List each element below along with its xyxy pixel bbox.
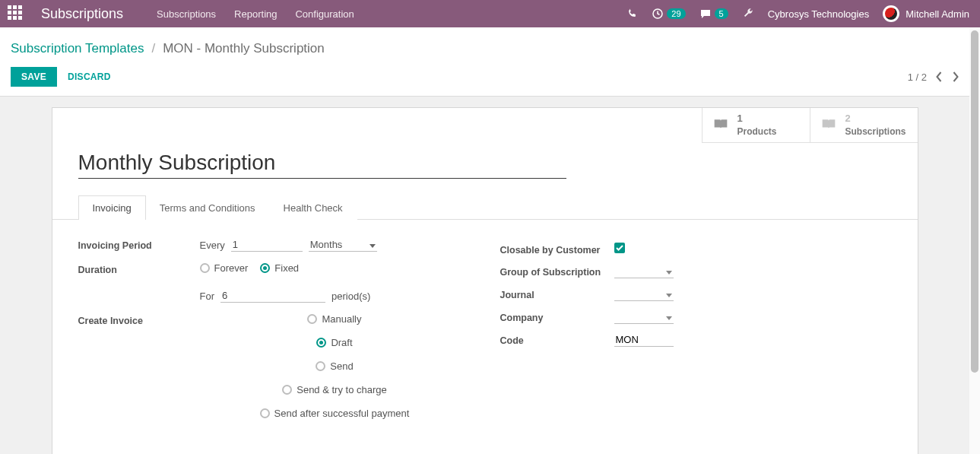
control-panel: Subscription Templates / MON - Monthly S…	[0, 27, 969, 97]
caret-down-icon	[666, 311, 672, 322]
tab-health[interactable]: Health Check	[269, 195, 357, 220]
for-value-input[interactable]	[220, 289, 325, 303]
smart-btn-subscriptions[interactable]: 2 Subscriptions	[810, 108, 918, 143]
label-company: Company	[500, 310, 614, 323]
smart-btn-products[interactable]: 1 Products	[702, 108, 810, 143]
nav-subscriptions[interactable]: Subscriptions	[157, 8, 216, 20]
messages-badge: 5	[715, 8, 728, 19]
radio-forever-wrap[interactable]: Forever	[200, 262, 249, 274]
radio-fixed[interactable]	[260, 263, 270, 273]
brand-title: Subscriptions	[41, 6, 123, 22]
activity-badge: 29	[667, 8, 685, 19]
label-closable: Closable by Customer	[500, 243, 614, 256]
pager-prev[interactable]	[936, 71, 943, 82]
caret-down-icon	[666, 288, 672, 300]
radio-forever[interactable]	[200, 263, 210, 273]
user-menu[interactable]: Mitchell Admin	[883, 5, 969, 22]
radio-send-after-label: Send after successful payment	[274, 408, 410, 419]
label-invoicing-period: Invoicing Period	[78, 238, 200, 251]
form-sheet: 1 Products 2 Subscriptions Invoicing Ter…	[52, 107, 918, 454]
pager: 1 / 2	[908, 71, 959, 83]
breadcrumb-root[interactable]: Subscription Templates	[11, 41, 144, 56]
form-body: Invoicing Period Every Months Duration	[52, 220, 918, 454]
label-code: Code	[500, 333, 614, 346]
vertical-scrollbar[interactable]	[969, 27, 980, 454]
phone-icon[interactable]	[627, 8, 638, 21]
radio-send-label: Send	[330, 360, 353, 372]
journal-select[interactable]	[614, 287, 674, 301]
activity-indicator[interactable]: 29	[652, 8, 685, 20]
action-row: SAVE DISCARD 1 / 2	[11, 67, 959, 87]
smart-buttons: 1 Products 2 Subscriptions	[702, 108, 918, 143]
radio-forever-label: Forever	[214, 262, 249, 274]
smart-btn-subscriptions-count: 2	[845, 113, 967, 124]
tab-terms[interactable]: Terms and Conditions	[145, 195, 270, 220]
period-unit-value: Months	[310, 239, 343, 250]
radio-draft-wrap[interactable]: Draft	[316, 337, 352, 348]
label-journal: Journal	[500, 287, 614, 300]
label-group: Group of Subscription	[500, 265, 614, 278]
tab-invoicing[interactable]: Invoicing	[78, 195, 146, 220]
breadcrumb: Subscription Templates / MON - Monthly S…	[11, 41, 959, 56]
breadcrumb-separator: /	[151, 41, 155, 56]
every-prefix: Every	[200, 240, 225, 251]
discard-button[interactable]: DISCARD	[68, 71, 111, 82]
nav-configuration[interactable]: Configuration	[295, 8, 354, 20]
for-prefix: For	[200, 290, 215, 302]
company-select[interactable]	[614, 310, 674, 324]
save-button[interactable]: SAVE	[11, 67, 57, 87]
radio-manually-label: Manually	[322, 313, 361, 325]
group-select[interactable]	[614, 265, 674, 278]
radio-send-charge[interactable]	[282, 385, 292, 395]
radio-draft[interactable]	[316, 338, 326, 348]
radio-manually[interactable]	[307, 314, 317, 324]
company-name[interactable]: Cybrosys Technologies	[768, 8, 869, 20]
radio-fixed-label: Fixed	[274, 262, 299, 274]
closable-checkbox[interactable]	[614, 243, 625, 253]
right-column: Closable by Customer Group of Subscripti…	[500, 238, 892, 437]
pager-next[interactable]	[952, 71, 959, 82]
developer-tools-icon[interactable]	[742, 7, 754, 21]
tabs: Invoicing Terms and Conditions Health Ch…	[78, 195, 918, 220]
radio-send-charge-wrap[interactable]: Send & try to charge	[282, 384, 387, 395]
caret-down-icon	[369, 239, 376, 250]
radio-manually-wrap[interactable]: Manually	[307, 313, 361, 325]
nav-reporting[interactable]: Reporting	[234, 8, 277, 20]
left-column: Invoicing Period Every Months Duration	[78, 238, 470, 437]
code-input[interactable]	[614, 333, 674, 347]
period-unit-select[interactable]: Months	[309, 238, 377, 252]
periods-suffix: period(s)	[331, 290, 370, 302]
topbar-right: 29 5 Cybrosys Technologies Mitchell Admi…	[627, 5, 969, 22]
radio-send-after[interactable]	[260, 408, 270, 418]
breadcrumb-current: MON - Monthly Subscription	[163, 41, 325, 56]
radio-send-charge-label: Send & try to charge	[297, 384, 387, 395]
caret-down-icon	[666, 265, 672, 277]
record-title-input[interactable]	[78, 149, 566, 179]
radio-draft-label: Draft	[331, 337, 352, 348]
book-icon	[821, 117, 836, 133]
smart-btn-subscriptions-label: Subscriptions	[845, 125, 967, 137]
pager-text[interactable]: 1 / 2	[908, 71, 927, 83]
apps-grid-icon[interactable]	[8, 5, 24, 22]
label-duration: Duration	[78, 262, 200, 275]
topbar: Subscriptions Subscriptions Reporting Co…	[0, 0, 980, 27]
messaging-icon[interactable]: 5	[699, 8, 728, 20]
user-avatar	[883, 5, 899, 22]
sheet-container: 1 Products 2 Subscriptions Invoicing Ter…	[0, 97, 969, 454]
radio-fixed-wrap[interactable]: Fixed	[260, 262, 299, 274]
book-icon	[713, 117, 728, 133]
radio-send-wrap[interactable]: Send	[316, 360, 353, 372]
main-nav: Subscriptions Reporting Configuration	[157, 8, 354, 20]
radio-send[interactable]	[316, 361, 325, 371]
radio-send-after-wrap[interactable]: Send after successful payment	[260, 408, 410, 419]
user-name-label: Mitchell Admin	[905, 8, 969, 20]
label-create-invoice: Create Invoice	[78, 313, 200, 326]
scrollbar-thumb[interactable]	[971, 30, 978, 373]
every-value-input[interactable]	[231, 238, 303, 252]
